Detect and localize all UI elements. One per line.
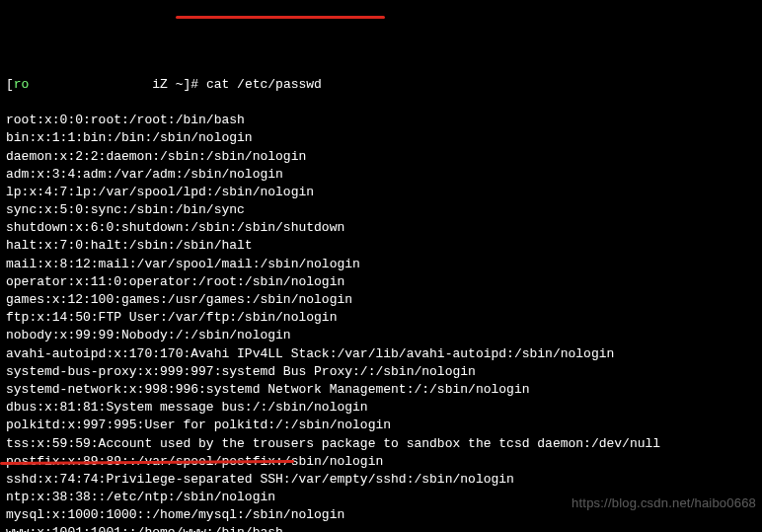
passwd-line: daemon:x:2:2:daemon:/sbin:/sbin/nologin <box>6 148 756 166</box>
prompt-user: ro <box>14 77 30 92</box>
terminal-output: root:x:0:0:root:/root:/bin/bashbin:x:1:1… <box>6 112 756 532</box>
passwd-line: sshd:x:74:74:Privilege-separated SSH:/va… <box>6 471 756 489</box>
passwd-line: mail:x:8:12:mail:/var/spool/mail:/sbin/n… <box>6 256 756 273</box>
passwd-line: polkitd:x:997:995:User for polkitd:/:/sb… <box>6 417 756 434</box>
annotation-underline-command <box>176 16 385 19</box>
prompt-host-tail: iZ ~ <box>152 77 183 92</box>
passwd-line: avahi-autoipd:x:170:170:Avahi IPv4LL Sta… <box>6 345 756 363</box>
passwd-line: games:x:12:100:games:/usr/games:/sbin/no… <box>6 291 756 309</box>
passwd-line: systemd-network:x:998:996:systemd Networ… <box>6 381 756 399</box>
passwd-line: shutdown:x:6:0:shutdown:/sbin:/sbin/shut… <box>6 219 756 237</box>
command-text: cat /etc/passwd <box>206 77 322 92</box>
passwd-line: bin:x:1:1:bin:/bin:/sbin/nologin <box>6 129 756 147</box>
passwd-line: adm:x:3:4:adm:/var/adm:/sbin/nologin <box>6 166 756 184</box>
passwd-line: tss:x:59:59:Account used by the trousers… <box>6 435 756 453</box>
watermark-text: https://blog.csdn.net/haibo0668 <box>572 494 756 512</box>
prompt-close: ]# <box>183 77 205 92</box>
passwd-line: halt:x:7:0:halt:/sbin:/sbin/halt <box>6 237 756 255</box>
passwd-line: sync:x:5:0:sync:/sbin:/bin/sync <box>6 201 756 219</box>
passwd-line: systemd-bus-proxy:x:999:997:systemd Bus … <box>6 363 756 381</box>
prompt-hidden-host: XXXXXXXXXXXXXXXX <box>29 77 152 92</box>
passwd-line: www:x:1001:1001::/home/www:/bin/bash <box>6 524 756 532</box>
passwd-line: dbus:x:81:81:System message bus:/:/sbin/… <box>6 399 756 417</box>
passwd-line: nobody:x:99:99:Nobody:/:/sbin/nologin <box>6 327 756 344</box>
passwd-line: lp:x:4:7:lp:/var/spool/lpd:/sbin/nologin <box>6 184 756 201</box>
passwd-line: root:x:0:0:root:/root:/bin/bash <box>6 112 756 129</box>
shell-prompt-line[interactable]: [roXXXXXXXXXXXXXXXXiZ ~]# cat /etc/passw… <box>6 76 756 94</box>
passwd-line: ftp:x:14:50:FTP User:/var/ftp:/sbin/nolo… <box>6 309 756 327</box>
passwd-line: operator:x:11:0:operator:/root:/sbin/nol… <box>6 273 756 291</box>
prompt-open-bracket: [ <box>6 77 14 92</box>
